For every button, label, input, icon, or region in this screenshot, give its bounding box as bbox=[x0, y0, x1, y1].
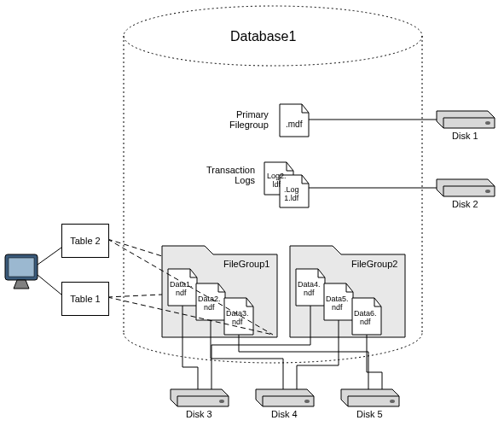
svg-line-6 bbox=[38, 275, 61, 295]
disk5-label: Disk 5 bbox=[356, 409, 383, 419]
svg-line-5 bbox=[38, 248, 61, 265]
svg-point-12 bbox=[485, 190, 490, 193]
disk4-icon bbox=[256, 389, 314, 406]
data3-file-label: Data3. ndf bbox=[226, 310, 249, 327]
table2-label: Table 2 bbox=[70, 236, 100, 246]
svg-line-7 bbox=[107, 239, 162, 256]
data2-file-label: Data2. ndf bbox=[198, 295, 221, 312]
svg-rect-4 bbox=[9, 258, 34, 277]
primary-filegroup-label: Primary Filegroup bbox=[229, 109, 269, 130]
disk1-icon bbox=[437, 111, 495, 128]
mdf-file-label: .mdf bbox=[286, 120, 302, 129]
table1-label: Table 1 bbox=[70, 294, 100, 304]
disk3-icon bbox=[171, 389, 229, 406]
table1-box: Table 1 bbox=[61, 282, 109, 316]
transaction-logs-label: Transaction Logs bbox=[206, 165, 255, 185]
disk2-label: Disk 2 bbox=[452, 199, 478, 209]
filegroup2-label: FileGroup2 bbox=[351, 259, 397, 269]
disk5-icon bbox=[341, 389, 399, 406]
svg-line-9 bbox=[107, 295, 162, 297]
monitor-icon bbox=[5, 254, 38, 289]
disk1-label: Disk 1 bbox=[452, 131, 478, 141]
svg-point-15 bbox=[390, 400, 395, 403]
data5-file-label: Data5. ndf bbox=[326, 295, 349, 312]
svg-point-13 bbox=[219, 400, 224, 403]
data1-file-label: Data1. ndf bbox=[170, 281, 193, 298]
data4-file-label: Data4. ndf bbox=[298, 281, 321, 298]
data6-file-label: Data6. ndf bbox=[354, 310, 377, 327]
db-title: Database1 bbox=[230, 29, 296, 44]
disk2-icon bbox=[437, 179, 495, 196]
disk4-label: Disk 4 bbox=[271, 409, 298, 419]
disk3-label: Disk 3 bbox=[186, 409, 212, 419]
table2-box: Table 2 bbox=[61, 224, 109, 258]
log1-file-label: .Log 1.ldf bbox=[284, 186, 299, 203]
svg-point-14 bbox=[304, 400, 310, 403]
filegroup1-label: FileGroup1 bbox=[223, 259, 269, 269]
svg-point-11 bbox=[485, 121, 490, 125]
